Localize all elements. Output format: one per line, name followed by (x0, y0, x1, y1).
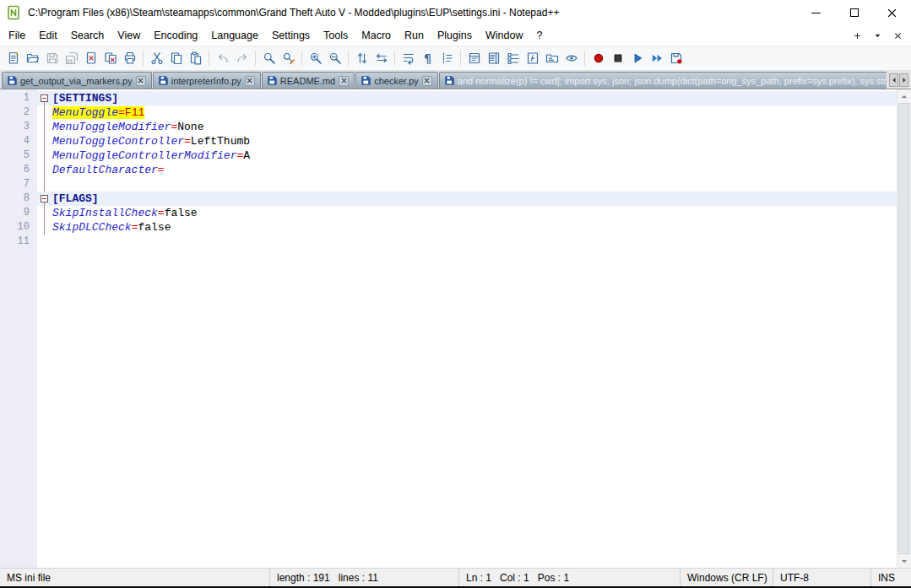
save-all-button[interactable] (62, 49, 81, 68)
scrollbar-thumb[interactable] (898, 103, 910, 554)
tab-interpreterinfo-py[interactable]: interpreterInfo.py (153, 72, 261, 89)
menu-item-run[interactable]: Run (398, 27, 431, 44)
undo-button[interactable] (213, 49, 232, 68)
save-button[interactable] (42, 49, 62, 68)
vertical-scrollbar[interactable] (897, 89, 911, 568)
new-tab-button[interactable] (850, 29, 864, 42)
paste-button[interactable] (186, 49, 205, 68)
function-list-button[interactable] (523, 49, 542, 68)
monitoring-button[interactable] (561, 49, 581, 68)
line-number[interactable]: 3 (0, 120, 37, 134)
editor-line-9[interactable]: 9SkipInstallCheck=false (0, 206, 897, 220)
editor-line-7[interactable]: 7 (0, 177, 897, 192)
menu-item-view[interactable]: View (111, 27, 147, 44)
scroll-tabs-left-button[interactable] (889, 73, 898, 87)
fold-margin[interactable] (37, 192, 52, 206)
redo-button[interactable] (232, 49, 252, 68)
tab-list-button[interactable] (870, 29, 884, 42)
record-macro-button[interactable] (588, 49, 608, 68)
editor-line-8[interactable]: 8[FLAGS] (0, 192, 897, 206)
line-number[interactable]: 5 (0, 148, 37, 163)
fold-margin[interactable] (37, 177, 52, 192)
editor-line-2[interactable]: 2MenuToggle=F11 (0, 105, 897, 120)
status-encoding[interactable]: UTF-8 (773, 569, 871, 586)
menu-item-edit[interactable]: Edit (32, 27, 64, 44)
fold-margin[interactable] (37, 206, 52, 220)
menu-item-window[interactable]: Window (479, 27, 529, 44)
status-eol-format[interactable]: Windows (CR LF) (681, 569, 773, 586)
indent-guide-button[interactable] (437, 49, 457, 68)
fold-collapse-icon[interactable] (41, 94, 48, 102)
line-number[interactable]: 10 (0, 220, 37, 235)
tab-checker-py[interactable]: checker.py (355, 72, 438, 89)
word-wrap-button[interactable] (399, 49, 418, 68)
scroll-up-button[interactable] (897, 89, 911, 103)
editor-line-6[interactable]: 6DefaultCharacter= (0, 163, 897, 177)
editor-area[interactable]: 1[SETTINGS]2MenuToggle=F113MenuToggleMod… (0, 89, 911, 568)
open-file-button[interactable] (23, 49, 42, 68)
menu-item-tools[interactable]: Tools (317, 27, 355, 44)
zoom-out-button[interactable] (325, 49, 344, 68)
line-number[interactable]: 4 (0, 134, 37, 148)
minimize-button[interactable] (797, 0, 835, 25)
editor-line-5[interactable]: 5MenuToggleControllerModifier=A (0, 148, 897, 163)
new-file-button[interactable] (3, 49, 23, 68)
editor-line-1[interactable]: 1[SETTINGS] (0, 91, 897, 105)
menu-item-help[interactable]: ? (529, 27, 549, 44)
cut-button[interactable] (147, 49, 166, 68)
fold-margin[interactable] (37, 91, 52, 105)
fold-margin[interactable] (37, 105, 52, 120)
tab-get-output-via-markers-py[interactable]: get_output_via_markers.py (2, 72, 152, 89)
line-number[interactable]: 1 (0, 91, 37, 105)
line-number[interactable]: 2 (0, 105, 37, 120)
status-insert-mode[interactable]: INS (871, 569, 911, 586)
menu-item-macro[interactable]: Macro (355, 27, 398, 44)
editor-line-11[interactable]: 11 (0, 235, 897, 249)
menu-item-encoding[interactable]: Encoding (147, 27, 204, 44)
tab-close-icon[interactable] (422, 76, 432, 86)
fold-margin[interactable] (37, 235, 52, 249)
tab-close-icon[interactable] (245, 76, 255, 86)
menu-item-search[interactable]: Search (64, 27, 111, 44)
sync-vertical-scrolling-button[interactable] (352, 49, 371, 68)
tab-readme-md[interactable]: README.md (262, 72, 355, 89)
editor-line-3[interactable]: 3MenuToggleModifier=None (0, 120, 897, 134)
fold-margin[interactable] (37, 163, 52, 177)
print-button[interactable] (120, 49, 139, 68)
document-list-button[interactable] (503, 49, 523, 68)
maximize-button[interactable] (835, 0, 873, 25)
close-button[interactable] (873, 0, 911, 25)
document-map-button[interactable] (484, 49, 503, 68)
run-macro-multiple-button[interactable] (647, 49, 666, 68)
stop-macro-button[interactable] (608, 49, 627, 68)
menu-item-settings[interactable]: Settings (265, 27, 317, 44)
folder-as-workspace-button[interactable] (542, 49, 561, 68)
menu-item-language[interactable]: Language (204, 27, 265, 44)
sync-horizontal-scrolling-button[interactable] (371, 49, 391, 68)
replace-button[interactable] (279, 49, 298, 68)
close-button[interactable] (81, 49, 100, 68)
find-button[interactable] (259, 49, 279, 68)
line-number[interactable]: 11 (0, 235, 37, 249)
line-number[interactable]: 9 (0, 206, 37, 220)
fold-margin[interactable] (37, 148, 52, 163)
scroll-tabs-right-button[interactable] (899, 73, 908, 87)
fold-collapse-icon[interactable] (41, 195, 48, 202)
editor-line-10[interactable]: 10SkipDLCCheck=false (0, 220, 897, 235)
fold-margin[interactable] (37, 134, 52, 148)
user-defined-dialog-button[interactable] (464, 49, 484, 68)
zoom-in-button[interactable] (306, 49, 325, 68)
scroll-down-button[interactable] (897, 554, 911, 568)
close-all-button[interactable] (100, 49, 120, 68)
menu-item-plugins[interactable]: Plugins (431, 27, 479, 44)
tab-close-icon[interactable] (339, 76, 349, 86)
tab-close-icon[interactable] (136, 76, 146, 86)
show-all-characters-button[interactable]: ¶ (418, 49, 437, 68)
line-number[interactable]: 6 (0, 163, 37, 177)
editor-line-4[interactable]: 4MenuToggleController=LeftThumb (0, 134, 897, 148)
title-bar[interactable]: C:\Program Files (x86)\Steam\steamapps\c… (0, 0, 911, 25)
close-document-button[interactable] (891, 29, 904, 42)
line-number[interactable]: 7 (0, 177, 37, 192)
play-macro-button[interactable] (627, 49, 647, 68)
line-number[interactable]: 8 (0, 192, 37, 206)
